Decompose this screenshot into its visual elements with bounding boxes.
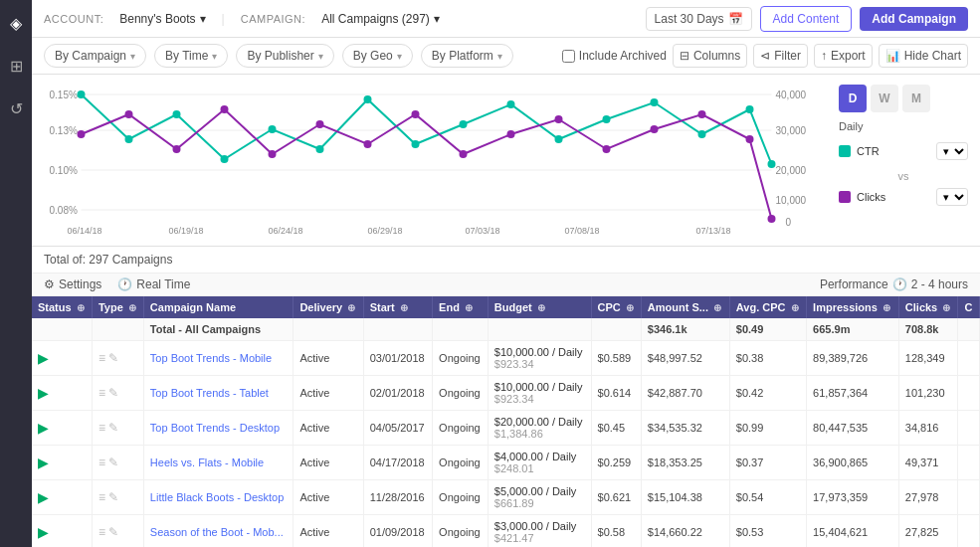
svg-point-42 [698, 110, 706, 118]
svg-text:40,000: 40,000 [776, 90, 807, 100]
row-campaign-name[interactable]: Heels vs. Flats - Mobile [143, 446, 294, 480]
ctr-selector[interactable]: ▾ [936, 142, 968, 160]
row-cpc: $0.259 [591, 446, 641, 480]
filter-by-geo[interactable]: By Geo ▾ [342, 44, 413, 68]
date-range-button[interactable]: Last 30 Days 📅 [646, 7, 752, 31]
col-name: Campaign Name [143, 296, 294, 318]
row-impressions: 15,404,621 [807, 515, 899, 548]
clicks-label: Clicks [857, 191, 930, 203]
filter-by-time[interactable]: By Time ▾ [154, 44, 228, 68]
svg-point-17 [269, 125, 277, 133]
svg-point-14 [125, 135, 133, 143]
filter-by-publisher[interactable]: By Publisher ▾ [236, 44, 333, 68]
svg-point-15 [173, 110, 181, 118]
row-type: ≡ ✎ [92, 376, 143, 411]
account-selector[interactable]: Benny's Boots ▾ [119, 12, 205, 26]
table-header-row: Status ⊕ Type ⊕ Campaign Name Delivery ⊕… [32, 296, 980, 318]
line-chart: 0.15% 0.13% 0.10% 0.08% 40,000 30,000 20… [44, 85, 831, 239]
weekly-button[interactable]: W [871, 85, 898, 112]
svg-text:0.08%: 0.08% [50, 205, 78, 216]
chart-container: 0.15% 0.13% 0.10% 0.08% 40,000 30,000 20… [44, 85, 831, 242]
svg-text:20,000: 20,000 [776, 165, 807, 176]
topbar-right: Last 30 Days 📅 Add Content Add Campaign [646, 6, 968, 32]
sidebar-icon-refresh[interactable]: ↺ [0, 95, 32, 122]
row-delivery: Active [294, 411, 363, 446]
svg-point-24 [603, 115, 611, 123]
row-budget: $3,000.00 / Daily$421.47 [488, 515, 591, 548]
sidebar-icon-grid[interactable]: ⊞ [0, 53, 32, 80]
add-content-button[interactable]: Add Content [760, 6, 853, 32]
filterbar-right-controls: Include Archived ⊟ Columns ⊲ Filter ↑ Ex… [562, 44, 968, 68]
row-status[interactable]: ▶ [32, 446, 92, 480]
table-row: ▶ ≡ ✎ Little Black Boots - Desktop Activ… [32, 480, 980, 515]
row-status[interactable]: ▶ [32, 376, 92, 411]
svg-text:06/24/18: 06/24/18 [269, 226, 303, 236]
svg-point-37 [460, 150, 468, 158]
filter-by-campaign[interactable]: By Campaign ▾ [44, 44, 146, 68]
svg-point-32 [221, 105, 229, 113]
row-avg-cpc: $0.38 [729, 341, 806, 376]
row-campaign-name[interactable]: Top Boot Trends - Mobile [143, 341, 294, 376]
row-clicks: 49,371 [898, 446, 958, 480]
row-end: Ongoing [433, 480, 489, 515]
row-type: ≡ ✎ [92, 446, 143, 480]
row-impressions: 80,447,535 [807, 411, 899, 446]
row-impressions: 17,973,359 [807, 480, 899, 515]
ctr-metric: CTR ▾ [839, 142, 968, 160]
row-type: ≡ ✎ [92, 341, 143, 376]
chart-icon: 📊 [885, 49, 900, 63]
row-status[interactable]: ▶ [32, 341, 92, 376]
chart-legend: D W M Daily CTR ▾ vs Clicks ▾ [839, 85, 968, 242]
filter-by-platform[interactable]: By Platform ▾ [421, 44, 513, 68]
include-archived-checkbox[interactable]: Include Archived [562, 49, 667, 63]
total-label: Total - All Campaigns [143, 318, 294, 341]
col-avg-cpc: Avg. CPC ⊕ [729, 296, 806, 318]
row-end: Ongoing [433, 446, 489, 480]
sidebar-icon-logo[interactable]: ◈ [0, 10, 32, 37]
campaign-label: CAMPAIGN: [241, 13, 305, 25]
row-campaign-name[interactable]: Top Boot Trends - Tablet [143, 376, 294, 411]
col-delivery: Delivery ⊕ [294, 296, 363, 318]
row-status[interactable]: ▶ [32, 515, 92, 548]
row-avg-cpc: $0.42 [729, 376, 806, 411]
total-clicks: 708.8k [898, 318, 958, 341]
row-clicks: 34,816 [898, 411, 958, 446]
row-campaign-name[interactable]: Top Boot Trends - Desktop [143, 411, 294, 446]
row-campaign-name[interactable]: Season of the Boot - Mob... [143, 515, 294, 548]
svg-text:06/14/18: 06/14/18 [68, 226, 102, 236]
svg-point-38 [507, 130, 515, 138]
svg-point-22 [507, 100, 515, 108]
row-clicks: 27,825 [898, 515, 958, 548]
svg-point-34 [316, 120, 324, 128]
svg-point-16 [221, 155, 229, 163]
table-summary: Total of: 297 Campaigns [32, 247, 980, 274]
include-archived-input[interactable] [562, 50, 575, 63]
col-status: Status ⊕ [32, 296, 92, 318]
table-row: ▶ ≡ ✎ Season of the Boot - Mob... Active… [32, 515, 980, 548]
row-cpc: $0.614 [591, 376, 641, 411]
svg-text:06/19/18: 06/19/18 [169, 226, 204, 236]
row-status[interactable]: ▶ [32, 411, 92, 446]
add-campaign-button[interactable]: Add Campaign [860, 7, 968, 31]
row-status[interactable]: ▶ [32, 480, 92, 515]
clicks-selector[interactable]: ▾ [936, 188, 968, 206]
filter-button[interactable]: ⊲ Filter [753, 44, 808, 68]
svg-point-21 [460, 120, 468, 128]
monthly-button[interactable]: M [902, 85, 930, 112]
export-button[interactable]: ↑ Export [814, 44, 873, 68]
hide-chart-button[interactable]: 📊 Hide Chart [879, 44, 968, 68]
svg-text:0.15%: 0.15% [50, 90, 78, 100]
svg-point-31 [173, 145, 181, 153]
chevron-down-icon: ▾ [497, 51, 502, 62]
chevron-down-icon: ▾ [212, 51, 217, 62]
row-start: 01/09/2018 [363, 515, 432, 548]
columns-button[interactable]: ⊟ Columns [673, 44, 747, 68]
svg-point-40 [603, 145, 611, 153]
daily-button[interactable]: D [839, 85, 867, 112]
settings-label: ⚙ Settings [44, 277, 101, 291]
svg-text:30,000: 30,000 [776, 125, 807, 136]
row-c [958, 411, 980, 446]
row-campaign-name[interactable]: Little Black Boots - Desktop [143, 480, 294, 515]
total-amount: $346.1k [641, 318, 729, 341]
campaign-selector[interactable]: All Campaigns (297) ▾ [321, 12, 440, 26]
